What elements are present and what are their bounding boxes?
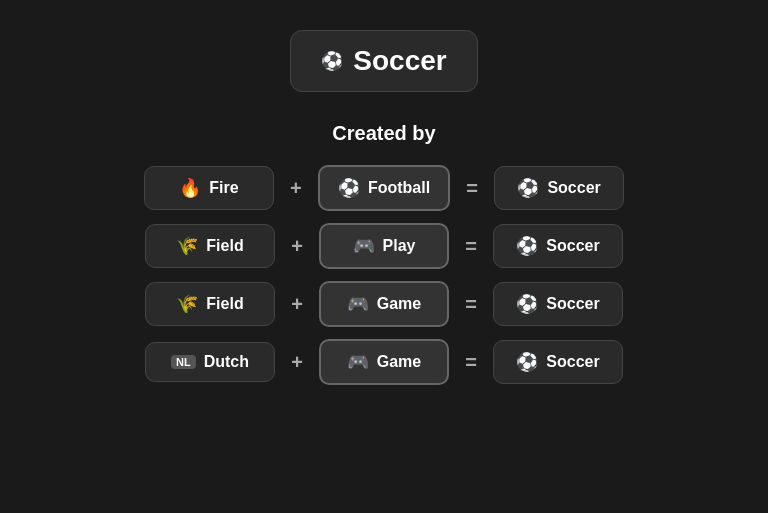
- result-label: Soccer: [546, 353, 599, 371]
- ingredient-chip[interactable]: 🎮 Game: [319, 281, 449, 327]
- ingredient-label: Dutch: [204, 353, 249, 371]
- plus-operator: +: [287, 351, 307, 374]
- ingredient-chip[interactable]: ⚽ Football: [318, 165, 450, 211]
- recipe-row: 🌾 Field + 🎮 Game = ⚽ Soccer: [64, 281, 704, 327]
- soccer-result-icon: ⚽: [517, 177, 539, 199]
- ingredient-chip[interactable]: 🌾 Field: [145, 282, 275, 326]
- recipes-container: 🔥 Fire + ⚽ Football = ⚽ Soccer 🌾 Field +…: [64, 165, 704, 385]
- plus-operator: +: [287, 235, 307, 258]
- plus-operator: +: [286, 177, 306, 200]
- result-label: Soccer: [547, 179, 600, 197]
- result-label: Soccer: [546, 295, 599, 313]
- ingredient-label: Fire: [209, 179, 238, 197]
- soccer-result-icon: ⚽: [516, 293, 538, 315]
- equals-operator: =: [461, 235, 481, 258]
- fire-icon: 🔥: [179, 177, 201, 199]
- soccer-icon: ⚽: [321, 50, 343, 72]
- result-chip[interactable]: ⚽ Soccer: [494, 166, 624, 210]
- equals-operator: =: [461, 351, 481, 374]
- equals-operator: =: [461, 293, 481, 316]
- ingredient-label: Football: [368, 179, 430, 197]
- ingredient-label: Play: [383, 237, 416, 255]
- ingredient-label: Field: [206, 237, 243, 255]
- ingredient-label: Game: [377, 295, 421, 313]
- ingredient-chip[interactable]: 🌾 Field: [145, 224, 275, 268]
- soccer-result-icon: ⚽: [516, 235, 538, 257]
- soccer-result-icon: ⚽: [516, 351, 538, 373]
- result-chip[interactable]: ⚽ Soccer: [493, 282, 623, 326]
- plus-operator: +: [287, 293, 307, 316]
- title-badge: ⚽ Soccer: [290, 30, 477, 92]
- gamepad-icon: 🎮: [353, 235, 375, 257]
- field-icon: 🌾: [176, 293, 198, 315]
- gamepad-icon: 🎮: [347, 351, 369, 373]
- football-icon: ⚽: [338, 177, 360, 199]
- equals-operator: =: [462, 177, 482, 200]
- recipe-row: 🔥 Fire + ⚽ Football = ⚽ Soccer: [64, 165, 704, 211]
- ingredient-label: Field: [206, 295, 243, 313]
- nl-badge: NL: [171, 355, 196, 369]
- result-chip[interactable]: ⚽ Soccer: [493, 340, 623, 384]
- recipe-row: NL Dutch + 🎮 Game = ⚽ Soccer: [64, 339, 704, 385]
- gamepad-icon: 🎮: [347, 293, 369, 315]
- result-chip[interactable]: ⚽ Soccer: [493, 224, 623, 268]
- ingredient-chip[interactable]: NL Dutch: [145, 342, 275, 382]
- recipe-row: 🌾 Field + 🎮 Play = ⚽ Soccer: [64, 223, 704, 269]
- ingredient-chip[interactable]: 🎮 Play: [319, 223, 449, 269]
- result-label: Soccer: [546, 237, 599, 255]
- ingredient-chip[interactable]: 🎮 Game: [319, 339, 449, 385]
- ingredient-chip[interactable]: 🔥 Fire: [144, 166, 274, 210]
- page-title: Soccer: [353, 45, 446, 77]
- ingredient-label: Game: [377, 353, 421, 371]
- field-icon: 🌾: [176, 235, 198, 257]
- created-by-label: Created by: [332, 122, 435, 145]
